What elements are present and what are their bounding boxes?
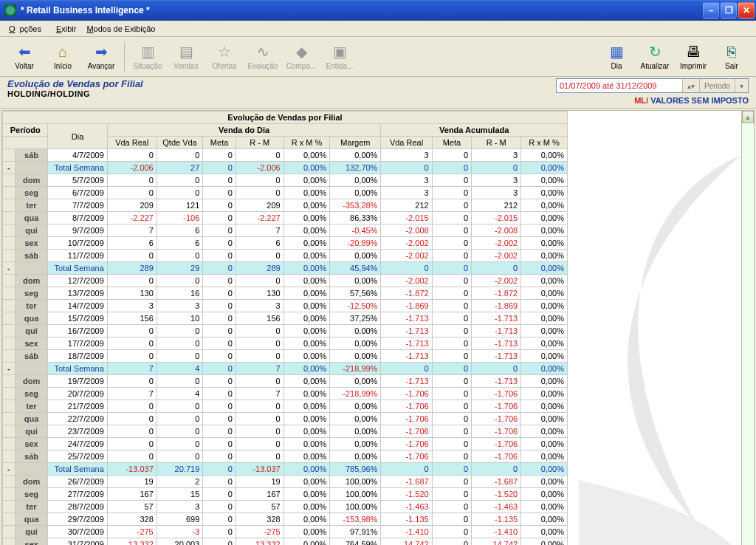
table-row[interactable]: ter14/7/200933030,00%-12,50%-1.8690-1.86… xyxy=(3,300,568,312)
col-vdareal[interactable]: Vda Real xyxy=(107,137,157,149)
col-ameta[interactable]: Meta xyxy=(432,137,472,149)
table-row[interactable]: sáb11/7/200900000,00%0,00%-2.0020-2.0020… xyxy=(3,250,568,262)
dia-button[interactable]: ▦Dia xyxy=(598,39,635,75)
cell-vr: 0 xyxy=(107,375,157,388)
date-range-box[interactable]: ▴▾ Período ▾ xyxy=(556,78,749,93)
chevron-down-icon[interactable]: ▾ xyxy=(735,79,748,92)
cell-qv: 29 xyxy=(157,262,203,275)
expand-toggle[interactable]: - xyxy=(3,463,16,476)
table-row[interactable]: -Total Semana2892902890,00%45,94%0000,00… xyxy=(3,262,568,275)
cell-arx: 0,00% xyxy=(521,513,568,526)
menu-modos[interactable]: Modos de Exibição xyxy=(82,23,159,35)
cell-rx: 0,00% xyxy=(284,488,330,501)
menu-opcoes[interactable]: Opções xyxy=(4,23,50,35)
table-row[interactable]: dom26/7/20091920190,00%100,00%-1.6870-1.… xyxy=(3,476,568,488)
scroll-track[interactable] xyxy=(742,123,754,545)
cell-dia: 4/7/2009 xyxy=(48,149,107,162)
table-row[interactable]: sáb18/7/200900000,00%0,00%-1.7130-1.7130… xyxy=(3,350,568,363)
arrow-left-icon: ⬅ xyxy=(16,43,33,61)
table-row[interactable]: dom12/7/200900000,00%0,00%-2.0020-2.0020… xyxy=(3,275,568,287)
cell-mg: -218,99% xyxy=(330,388,381,400)
cell-vr: 0 xyxy=(107,450,157,463)
col-dia[interactable]: Dia xyxy=(48,124,107,149)
cell-avr: -1.706 xyxy=(381,425,432,438)
col-meta[interactable]: Meta xyxy=(203,137,236,149)
expand-toggle[interactable]: - xyxy=(3,262,16,275)
table-row[interactable]: -Total Semana-2.006270-2.0060,00%132,70%… xyxy=(3,162,568,174)
row-dow xyxy=(15,262,48,275)
imprimir-button[interactable]: 🖶Imprimir xyxy=(675,39,712,75)
table-row[interactable]: sáb4/7/200900000,00%0,00%3030,00% xyxy=(3,149,568,162)
cell-arm: -1.713 xyxy=(472,350,521,363)
cell-dia: 17/7/2009 xyxy=(48,337,107,350)
col-qtde[interactable]: Qtde Vda xyxy=(157,137,203,149)
table-row[interactable]: dom5/7/200900000,00%0,00%3030,00% xyxy=(3,174,568,187)
menu-exibir[interactable]: Exibir xyxy=(52,23,81,35)
cell-arm: -1.687 xyxy=(472,476,521,488)
col-rxm[interactable]: R x M % xyxy=(284,137,330,149)
maximize-button[interactable]: ❐ xyxy=(721,2,737,18)
table-row[interactable]: -Total Semana74070,00%-218,99%0000,00% xyxy=(3,363,568,375)
data-grid[interactable]: Evolução de Vendas por Filial Período Di… xyxy=(2,111,568,545)
cell-arx: 0,00% xyxy=(521,375,568,388)
col-rm[interactable]: R - M xyxy=(236,137,284,149)
table-row[interactable]: ter7/7/200920912102090,00%-353,28%212021… xyxy=(3,199,568,212)
refresh-icon: ↻ xyxy=(646,43,664,61)
table-row[interactable]: ter28/7/20095730570,00%100,00%-1.4630-1.… xyxy=(3,501,568,513)
cell-vr: 289 xyxy=(107,262,157,275)
status-stamp: ML/ VALORES SEM IMPOSTO xyxy=(556,96,749,105)
close-button[interactable]: ✕ xyxy=(738,2,755,18)
cell-arm: -2.002 xyxy=(472,275,521,287)
forward-button[interactable]: ➡Avançar xyxy=(83,39,120,75)
cell-rm: 156 xyxy=(236,312,284,325)
col-blank xyxy=(3,137,48,149)
col-avdareal[interactable]: Vda Real xyxy=(381,137,432,149)
expand-toggle[interactable]: - xyxy=(3,363,16,375)
chart-icon: ▥ xyxy=(139,43,157,61)
sair-button[interactable]: ⎘Sair xyxy=(713,39,750,75)
table-row[interactable]: seg13/7/20091301601300,00%57,56%-1.8720-… xyxy=(3,287,568,300)
table-row[interactable]: seg27/7/20091671501670,00%100,00%-1.5200… xyxy=(3,488,568,501)
cell-qv: 0 xyxy=(157,337,203,350)
table-row[interactable]: qua15/7/20091561001560,00%37,25%-1.7130-… xyxy=(3,312,568,325)
col-arxm[interactable]: R x M % xyxy=(521,137,568,149)
cell-qv: 0 xyxy=(157,250,203,262)
table-row[interactable]: ter21/7/200900000,00%0,00%-1.7060-1.7060… xyxy=(3,400,568,413)
table-row[interactable]: sex31/7/2009-13.33220.0030-13.3320,00%76… xyxy=(3,538,568,546)
row-dow: dom xyxy=(15,375,48,388)
expand-toggle[interactable]: - xyxy=(3,162,16,174)
table-row[interactable]: qui30/7/2009-275-30-2750,00%97,91%-1.410… xyxy=(3,526,568,538)
back-button[interactable]: ⬅Voltar xyxy=(6,39,43,75)
cell-dia: 24/7/2009 xyxy=(48,438,107,450)
col-group-periodo: Período xyxy=(3,124,48,137)
table-row[interactable]: qua22/7/200900000,00%0,00%-1.7060-1.7060… xyxy=(3,413,568,425)
table-row[interactable]: qua29/7/200932869903280,00%-153,98%-1.13… xyxy=(3,513,568,526)
atualizar-button[interactable]: ↻Atualizar xyxy=(636,39,673,75)
table-row[interactable]: seg6/7/200900000,00%0,00%3030,00% xyxy=(3,187,568,199)
cell-me: 0 xyxy=(203,363,236,375)
col-margem[interactable]: Margem xyxy=(330,137,381,149)
cell-arm: 0 xyxy=(472,363,521,375)
cell-arm: -1.706 xyxy=(472,388,521,400)
table-row[interactable]: sex24/7/200900000,00%0,00%-1.7060-1.7060… xyxy=(3,438,568,450)
table-row[interactable]: seg20/7/200974070,00%-218,99%-1.7060-1.7… xyxy=(3,388,568,400)
table-row[interactable]: qui16/7/200900000,00%0,00%-1.7130-1.7130… xyxy=(3,325,568,337)
table-row[interactable]: sáb25/7/200900000,00%0,00%-1.7060-1.7060… xyxy=(3,450,568,463)
table-row[interactable]: -Total Semana-13.03720.7190-13.0370,00%7… xyxy=(3,463,568,476)
col-arm[interactable]: R - M xyxy=(472,137,521,149)
vertical-scrollbar[interactable]: ▲ ▼ xyxy=(741,111,754,545)
spin-icon[interactable]: ▴▾ xyxy=(682,79,699,92)
date-range-input[interactable] xyxy=(557,80,682,92)
table-row[interactable]: qua8/7/2009-2.227-1060-2.2270,00%86,33%-… xyxy=(3,212,568,224)
scroll-up-icon[interactable]: ▲ xyxy=(742,111,754,123)
col-group-venda-dia: Venda do Dia xyxy=(107,124,381,137)
table-row[interactable]: sex10/7/200966060,00%-20,89%-2.0020-2.00… xyxy=(3,237,568,250)
minimize-button[interactable]: – xyxy=(703,2,719,18)
row-dow: seg xyxy=(15,287,48,300)
table-row[interactable]: qui9/7/200976070,00%-0,45%-2.0080-2.0080… xyxy=(3,224,568,237)
table-row[interactable]: dom19/7/200900000,00%0,00%-1.7130-1.7130… xyxy=(3,375,568,388)
cell-ame: 0 xyxy=(432,438,472,450)
table-row[interactable]: sex17/7/200900000,00%0,00%-1.7130-1.7130… xyxy=(3,337,568,350)
home-button[interactable]: ⌂Início xyxy=(44,39,81,75)
table-row[interactable]: qui23/7/200900000,00%0,00%-1.7060-1.7060… xyxy=(3,425,568,438)
